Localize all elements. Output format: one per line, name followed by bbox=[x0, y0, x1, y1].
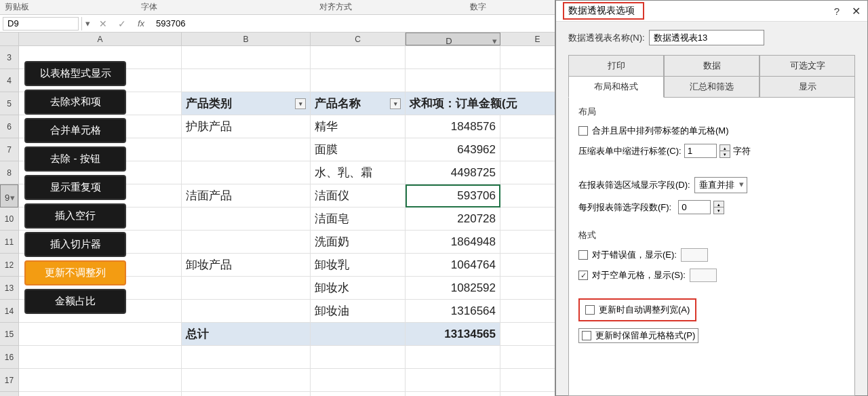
pivot-cat[interactable] bbox=[182, 161, 311, 184]
checkbox-merge-center[interactable] bbox=[578, 126, 588, 136]
pivot-header-category[interactable]: 产品类别▾ bbox=[182, 92, 311, 115]
row-header-9[interactable]: 9 bbox=[0, 184, 18, 207]
action-btn-6[interactable]: 插入切片器 bbox=[24, 232, 126, 257]
row-header-8[interactable]: 8 bbox=[0, 161, 18, 184]
confirm-icon[interactable]: ✓ bbox=[113, 18, 132, 29]
cell-blank[interactable] bbox=[311, 46, 406, 69]
pivot-name[interactable]: 卸妆乳 bbox=[311, 254, 406, 277]
row-header-11[interactable]: 11 bbox=[0, 231, 18, 254]
help-icon[interactable]: ? bbox=[834, 5, 840, 17]
checkbox-empty-show[interactable] bbox=[578, 271, 588, 280]
pivot-name[interactable]: 水、乳、霜 bbox=[311, 161, 406, 184]
cell-blank[interactable] bbox=[311, 392, 406, 396]
pivot-header-sum[interactable]: 求和项：订单金额(元 bbox=[406, 92, 575, 115]
pivot-value[interactable]: 593706 bbox=[406, 184, 500, 207]
indent-spinner[interactable]: ▴▾ bbox=[719, 144, 730, 158]
pivot-value[interactable]: 4498725 bbox=[406, 161, 500, 184]
row-header-14[interactable]: 14 bbox=[0, 300, 18, 323]
col-header-D[interactable]: D bbox=[406, 33, 500, 45]
tab-data[interactable]: 数据 bbox=[664, 55, 760, 77]
col-header-B[interactable]: B bbox=[182, 33, 311, 45]
close-icon[interactable]: ✕ bbox=[852, 5, 861, 18]
row-header-4[interactable]: 4 bbox=[0, 69, 18, 92]
name-box[interactable]: D9 bbox=[3, 17, 79, 31]
pivot-cat[interactable]: 护肤产品 bbox=[182, 115, 311, 138]
name-box-dropdown[interactable]: ▾ bbox=[81, 17, 94, 31]
row-header-3[interactable]: 3 bbox=[0, 46, 18, 69]
tab-print[interactable]: 打印 bbox=[568, 55, 664, 77]
checkbox-auto-width[interactable] bbox=[585, 305, 595, 315]
tab-totals-filters[interactable]: 汇总和筛选 bbox=[664, 76, 760, 98]
cell-blank[interactable] bbox=[182, 346, 311, 369]
pivot-name[interactable]: 洁面仪 bbox=[311, 184, 406, 207]
cell-blank[interactable] bbox=[19, 346, 182, 369]
filter-dropdown-icon[interactable]: ▾ bbox=[390, 98, 401, 109]
cell-blank[interactable] bbox=[311, 69, 406, 92]
cell-blank[interactable] bbox=[311, 369, 406, 392]
pivot-value[interactable]: 220728 bbox=[406, 207, 500, 231]
checkbox-preserve-format[interactable] bbox=[582, 331, 591, 340]
cell-blank[interactable] bbox=[182, 46, 311, 69]
cell-blank[interactable] bbox=[182, 69, 311, 92]
action-btn-8[interactable]: 金额占比 bbox=[24, 289, 126, 314]
pivot-header-name[interactable]: 产品名称▾ bbox=[311, 92, 406, 115]
cell-blank[interactable] bbox=[19, 369, 182, 392]
cancel-icon[interactable]: ✕ bbox=[94, 18, 113, 29]
row-header-10[interactable]: 10 bbox=[0, 207, 18, 231]
pivot-total-blank[interactable] bbox=[311, 323, 406, 346]
indent-input[interactable] bbox=[684, 144, 717, 158]
cell-blank[interactable] bbox=[406, 69, 500, 92]
filter-area-select[interactable]: 垂直并排 bbox=[694, 177, 747, 193]
filter-count-spinner[interactable]: ▴▾ bbox=[713, 201, 724, 214]
pivot-name[interactable]: 卸妆水 bbox=[311, 277, 406, 300]
col-header-A[interactable]: A bbox=[19, 33, 182, 45]
pivot-name-input[interactable] bbox=[649, 30, 764, 45]
pivot-cat[interactable] bbox=[182, 300, 311, 323]
action-btn-4[interactable]: 显示重复项 bbox=[24, 175, 126, 200]
pivot-name[interactable]: 洗面奶 bbox=[311, 231, 406, 254]
pivot-cat[interactable] bbox=[182, 231, 311, 254]
empty-value-input[interactable] bbox=[690, 269, 717, 282]
pivot-cat[interactable] bbox=[182, 207, 311, 231]
filter-count-input[interactable] bbox=[678, 200, 711, 214]
tab-alttext[interactable]: 可选文字 bbox=[760, 55, 855, 77]
row-header-15[interactable]: 15 bbox=[0, 323, 18, 346]
pivot-name[interactable]: 洁面皂 bbox=[311, 207, 406, 231]
cell-blank[interactable] bbox=[182, 369, 311, 392]
row-header-13[interactable]: 13 bbox=[0, 277, 18, 300]
row-header-12[interactable]: 12 bbox=[0, 254, 18, 277]
cell-blank[interactable] bbox=[182, 392, 311, 396]
pivot-cat[interactable] bbox=[182, 277, 311, 300]
cell-blank[interactable] bbox=[406, 46, 500, 69]
filter-dropdown-icon[interactable]: ▾ bbox=[295, 98, 306, 109]
row-header-17[interactable]: 17 bbox=[0, 369, 18, 392]
pivot-value[interactable]: 1064764 bbox=[406, 254, 500, 277]
pivot-value[interactable]: 1082592 bbox=[406, 277, 500, 300]
pivot-name[interactable]: 卸妆油 bbox=[311, 300, 406, 323]
fx-icon[interactable]: fx bbox=[132, 18, 151, 28]
pivot-total-value[interactable]: 13134565 bbox=[406, 323, 500, 346]
row-header-5[interactable]: 5 bbox=[0, 92, 18, 115]
checkbox-error-show[interactable] bbox=[578, 250, 588, 260]
row-header-6[interactable]: 6 bbox=[0, 115, 18, 138]
error-value-input[interactable] bbox=[681, 248, 708, 262]
select-all-corner[interactable] bbox=[0, 33, 18, 46]
action-btn-7[interactable]: 更新不调整列 bbox=[24, 260, 126, 285]
action-btn-3[interactable]: 去除 - 按钮 bbox=[24, 146, 126, 172]
cell-blank[interactable] bbox=[406, 346, 500, 369]
tab-display[interactable]: 显示 bbox=[760, 76, 855, 98]
row-header-7[interactable]: 7 bbox=[0, 138, 18, 161]
cell-blank[interactable] bbox=[406, 369, 500, 392]
cell-blank[interactable] bbox=[19, 392, 182, 396]
pivot-name[interactable]: 精华 bbox=[311, 115, 406, 138]
tab-layout-format[interactable]: 布局和格式 bbox=[568, 76, 664, 98]
pivot-cat[interactable]: 卸妆产品 bbox=[182, 254, 311, 277]
cell-blank[interactable] bbox=[406, 392, 500, 396]
pivot-total-label[interactable]: 总计 bbox=[182, 323, 311, 346]
pivot-value[interactable]: 643962 bbox=[406, 138, 500, 161]
action-btn-5[interactable]: 插入空行 bbox=[24, 203, 126, 229]
pivot-value[interactable]: 1864948 bbox=[406, 231, 500, 254]
col-header-C[interactable]: C bbox=[311, 33, 406, 45]
row-header-18[interactable]: 18 bbox=[0, 392, 18, 396]
action-btn-1[interactable]: 去除求和项 bbox=[24, 90, 126, 115]
